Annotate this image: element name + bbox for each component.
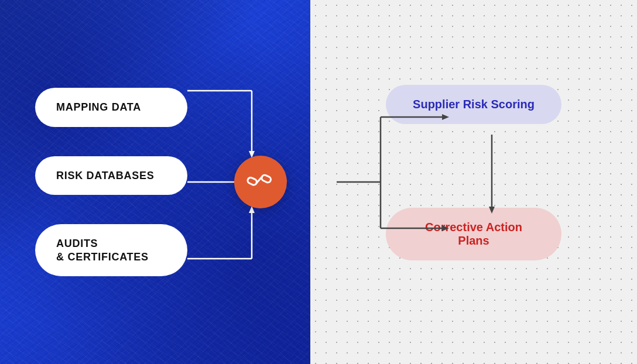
svg-rect-8	[246, 176, 258, 186]
input-cards: MAPPING DATA RISK DATABASES AUDITS& CERT…	[35, 88, 187, 276]
center-circle	[234, 156, 287, 208]
chain-link-icon	[242, 162, 280, 202]
risk-databases-label: RISK DATABASES	[56, 170, 154, 181]
audits-certificates-card: AUDITS& CERTIFICATES	[35, 224, 187, 276]
right-panel: Supplier Risk Scoring Corrective Action …	[310, 0, 637, 364]
supplier-risk-scoring-label: Supplier Risk Scoring	[386, 85, 561, 124]
corrective-action-plans-card: Corrective Action Plans	[386, 208, 561, 260]
mapping-data-label: MAPPING DATA	[56, 101, 141, 113]
diagram-container: Supplier Risk Scoring Corrective Action …	[310, 0, 637, 364]
risk-databases-card: RISK DATABASES	[35, 156, 187, 195]
mapping-data-card: MAPPING DATA	[35, 88, 187, 127]
svg-rect-9	[261, 174, 272, 183]
audits-certificates-label: AUDITS& CERTIFICATES	[56, 237, 149, 263]
svg-line-10	[256, 176, 262, 184]
supplier-risk-scoring-card: Supplier Risk Scoring	[386, 85, 561, 124]
right-connectors-svg	[310, 0, 637, 364]
corrective-action-plans-label: Corrective Action Plans	[386, 208, 561, 260]
